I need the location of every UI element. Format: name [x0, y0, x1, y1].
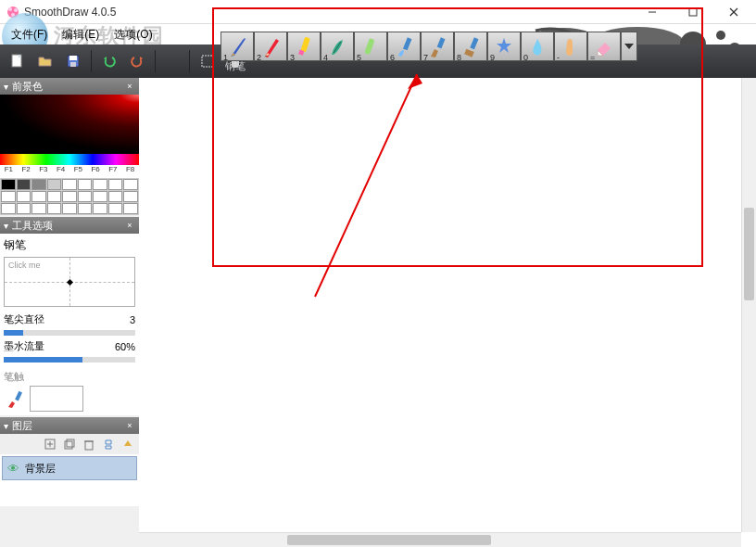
- brush-water[interactable]: 0: [521, 32, 554, 61]
- annotation-arrow: [296, 74, 426, 315]
- layer-new-button[interactable]: [42, 436, 58, 452]
- brush-flat[interactable]: 8: [454, 32, 487, 61]
- redo-button[interactable]: [124, 48, 150, 74]
- svg-rect-5: [689, 8, 697, 16]
- brush-finger[interactable]: -: [554, 32, 587, 61]
- svg-rect-31: [65, 441, 72, 449]
- color-preset-labels: F1F2 F3F4 F5F6 F7F8: [0, 165, 139, 178]
- side-panels: ▾ 前景色 × F1F2 F3F4 F5F6 F7F8: [0, 78, 139, 547]
- tip-diameter-value: 3: [130, 314, 135, 325]
- flow-value: 60%: [115, 341, 135, 352]
- tip-diameter-label: 笔尖直径: [4, 312, 130, 326]
- layer-duplicate-button[interactable]: [61, 436, 78, 452]
- maximize-button[interactable]: [673, 0, 713, 24]
- layer-merge-button[interactable]: [100, 436, 117, 452]
- hue-slider[interactable]: [0, 154, 139, 165]
- minimize-button[interactable]: [632, 0, 673, 24]
- menu-options[interactable]: 选项(O): [107, 25, 159, 45]
- svg-rect-33: [85, 441, 93, 450]
- tool-options-panel: ▾ 工具选项 × 钢笔 Click me 笔尖直径 3 墨水流量 60%: [0, 217, 139, 415]
- collapse-icon[interactable]: ▾: [4, 82, 8, 92]
- crop-button[interactable]: [195, 48, 220, 74]
- close-button[interactable]: [713, 0, 754, 24]
- svg-rect-27: [15, 391, 22, 401]
- brush-leaf[interactable]: 4: [321, 32, 354, 61]
- svg-point-1: [8, 7, 12, 11]
- brush-eraser[interactable]: =: [587, 32, 621, 61]
- panel-title: 前景色: [12, 80, 43, 94]
- brush-pen[interactable]: 1: [220, 32, 254, 61]
- app-icon: [6, 5, 20, 19]
- layer-name: 背景层: [23, 462, 56, 476]
- pressure-curve[interactable]: Click me: [4, 257, 135, 307]
- brush-pencil[interactable]: 2: [254, 32, 287, 61]
- horizontal-scrollbar[interactable]: [139, 532, 741, 547]
- panel-title: 工具选项: [12, 219, 53, 233]
- svg-point-25: [716, 31, 725, 40]
- undo-button[interactable]: [96, 48, 122, 74]
- flow-label: 墨水流量: [4, 339, 115, 353]
- color-picker-gradient[interactable]: [0, 95, 139, 154]
- menu-edit[interactable]: 编辑(E): [55, 25, 107, 45]
- foreground-color-panel: ▾ 前景色 × F1F2 F3F4 F5F6 F7F8: [0, 78, 139, 215]
- svg-rect-11: [70, 62, 76, 67]
- layer-row-background[interactable]: 👁 背景层: [2, 456, 137, 480]
- brush-marker[interactable]: 3: [287, 32, 321, 61]
- svg-rect-12: [202, 56, 213, 67]
- brush-tip-label: 笔触: [4, 370, 135, 384]
- swatch-grid[interactable]: [0, 178, 139, 215]
- title-bar: SmoothDraw 4.0.5: [0, 0, 756, 24]
- canvas[interactable]: [139, 78, 756, 547]
- panel-close-icon[interactable]: ×: [124, 220, 135, 231]
- brush-tip-icon[interactable]: [4, 388, 26, 410]
- open-file-button[interactable]: [32, 48, 58, 74]
- panel-close-icon[interactable]: ×: [124, 420, 135, 431]
- tool-name-label: 钢笔: [4, 237, 135, 253]
- layer-visibility-icon[interactable]: 👁: [3, 462, 23, 476]
- svg-rect-10: [69, 56, 77, 60]
- brush-palette: 1 2 3 4 5 6 7 8 9 0 - =: [220, 28, 637, 61]
- svg-rect-13: [300, 37, 310, 53]
- svg-point-2: [14, 8, 18, 12]
- brush-dropdown[interactable]: [621, 32, 637, 61]
- window-title: SmoothDraw 4.0.5: [24, 6, 632, 19]
- svg-rect-18: [437, 37, 446, 48]
- current-brush-label: 钢笔: [225, 59, 246, 73]
- layer-up-button[interactable]: [120, 436, 136, 452]
- collapse-icon[interactable]: ▾: [4, 221, 8, 231]
- new-file-button[interactable]: [5, 48, 31, 74]
- collapse-icon[interactable]: ▾: [4, 421, 8, 431]
- flow-slider[interactable]: [4, 357, 135, 363]
- menu-file[interactable]: 文件(F): [4, 25, 55, 45]
- layer-toolbar: [0, 434, 139, 454]
- panel-title: 图层: [12, 419, 32, 433]
- brush-bristle[interactable]: 7: [421, 32, 454, 61]
- save-file-button[interactable]: [60, 48, 86, 74]
- svg-rect-16: [364, 38, 374, 55]
- panel-close-icon[interactable]: ×: [124, 81, 135, 92]
- svg-rect-32: [67, 439, 74, 447]
- svg-line-35: [315, 74, 417, 297]
- svg-rect-20: [464, 49, 474, 57]
- layer-list: 👁 背景层: [0, 454, 139, 506]
- layer-delete-button[interactable]: [81, 436, 97, 452]
- svg-rect-17: [403, 37, 412, 50]
- layers-panel: ▾ 图层 × 👁 背景层: [0, 417, 139, 506]
- brush-star[interactable]: 9: [487, 32, 521, 61]
- brush-chalk[interactable]: 5: [354, 32, 387, 61]
- brush-tip-preview[interactable]: [30, 386, 83, 412]
- vertical-scrollbar[interactable]: [741, 78, 756, 532]
- svg-rect-19: [470, 37, 478, 49]
- brush-wet[interactable]: 6: [387, 32, 421, 61]
- tip-diameter-slider[interactable]: [4, 330, 135, 336]
- svg-point-3: [11, 13, 15, 17]
